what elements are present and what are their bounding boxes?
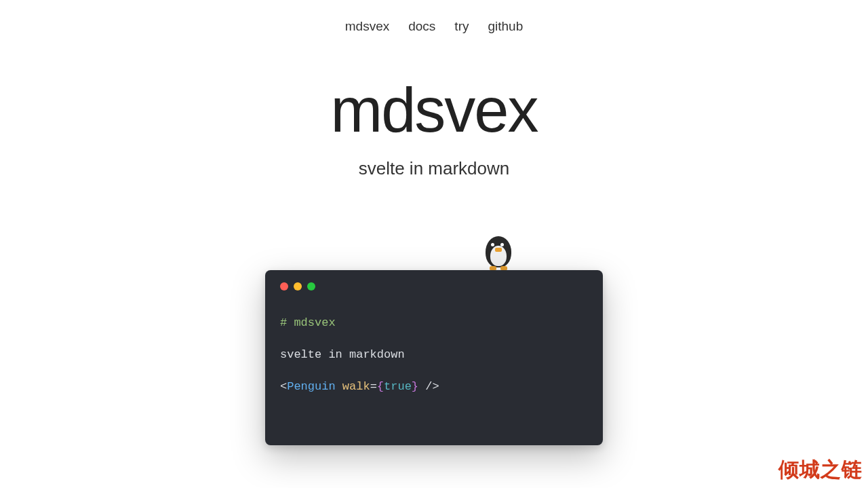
maximize-dot-icon bbox=[307, 282, 315, 290]
nav-link-try[interactable]: try bbox=[454, 19, 469, 34]
close-dot-icon bbox=[280, 282, 288, 290]
top-nav: mdsvex docs try github bbox=[0, 0, 868, 34]
hero-subtitle: svelte in markdown bbox=[0, 158, 868, 179]
nav-link-github[interactable]: github bbox=[488, 19, 523, 34]
code-terminal: # mdsvex svelte in markdown <Penguin wal… bbox=[265, 270, 603, 445]
hero: mdsvex svelte in markdown bbox=[0, 75, 868, 179]
window-controls bbox=[280, 282, 588, 290]
nav-link-docs[interactable]: docs bbox=[408, 19, 435, 34]
code-text: svelte in markdown bbox=[280, 348, 405, 361]
minimize-dot-icon bbox=[294, 282, 302, 290]
code-jsx-line: <Penguin walk={true} /> bbox=[280, 377, 588, 397]
penguin-icon bbox=[481, 231, 515, 269]
hero-title: mdsvex bbox=[0, 75, 868, 146]
penguin-sprite bbox=[481, 231, 522, 271]
nav-link-mdsvex[interactable]: mdsvex bbox=[345, 19, 389, 34]
code-block: # mdsvex svelte in markdown <Penguin wal… bbox=[280, 314, 588, 397]
code-heading: # mdsvex bbox=[280, 316, 336, 329]
watermark-text: 倾城之链 bbox=[778, 456, 863, 484]
